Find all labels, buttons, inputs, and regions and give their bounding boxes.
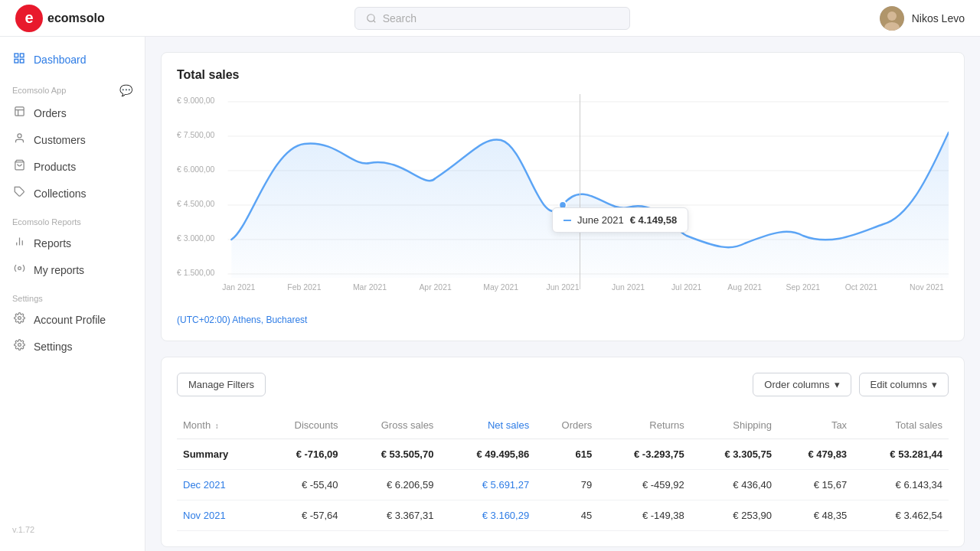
svg-text:€ 1.500,00: € 1.500,00 bbox=[177, 268, 214, 277]
customers-icon bbox=[12, 132, 26, 147]
sidebar-item-reports[interactable]: Reports bbox=[0, 230, 145, 256]
sidebar-section-settings: Settings bbox=[0, 283, 145, 306]
svg-point-20 bbox=[18, 267, 21, 270]
logo-icon: e bbox=[15, 5, 43, 32]
svg-point-21 bbox=[18, 317, 21, 320]
svg-text:€ 4.500,00: € 4.500,00 bbox=[177, 199, 214, 208]
version-label: v.1.72 bbox=[0, 517, 145, 542]
logo[interactable]: e ecomsolo bbox=[15, 5, 105, 32]
svg-text:Feb 2021: Feb 2021 bbox=[287, 282, 321, 292]
sidebar-item-collections[interactable]: Collections bbox=[0, 180, 145, 207]
svg-text:Apr 2021: Apr 2021 bbox=[419, 282, 451, 292]
chevron-down-icon-2: ▾ bbox=[932, 379, 937, 390]
svg-rect-10 bbox=[20, 59, 24, 63]
svg-text:Aug 2021: Aug 2021 bbox=[727, 282, 762, 292]
cell-month[interactable]: Nov 2021 bbox=[177, 500, 262, 531]
cell-shipping: € 253,90 bbox=[691, 500, 778, 531]
sidebar-item-orders[interactable]: Orders bbox=[0, 99, 145, 126]
edit-columns-button[interactable]: Edit columns ▾ bbox=[859, 373, 949, 396]
orders-icon bbox=[12, 106, 26, 120]
cell-month-summary: Summary bbox=[177, 439, 262, 470]
search-icon bbox=[366, 13, 377, 24]
col-returns: Returns bbox=[598, 412, 691, 439]
header: e ecomsolo Search Nikos Levo bbox=[0, 0, 980, 37]
svg-text:Jul 2021: Jul 2021 bbox=[671, 282, 702, 292]
table-row: Summary € -716,09 € 53.505,70 € 49.495,8… bbox=[177, 439, 949, 470]
sidebar-section-reports: Ecomsolo Reports bbox=[0, 207, 145, 230]
cell-discounts: € -57,64 bbox=[262, 500, 345, 531]
chart-container: June 2021 € 4.149,58 € 9.000,00 € 7.500,… bbox=[177, 94, 949, 308]
cell-net-sales: € 5.691,27 bbox=[439, 470, 535, 500]
sidebar-item-dashboard[interactable]: Dashboard bbox=[0, 46, 145, 73]
main-content: Total sales June 2021 € 4.149,58 € 9.000… bbox=[145, 37, 980, 551]
cell-total-sales: € 3.462,54 bbox=[853, 500, 949, 531]
svg-line-3 bbox=[373, 20, 375, 22]
svg-point-22 bbox=[18, 344, 21, 347]
order-columns-button[interactable]: Order columns ▾ bbox=[753, 373, 851, 396]
cell-total-sales: € 53.281,44 bbox=[853, 439, 949, 470]
chart-title: Total sales bbox=[177, 68, 949, 82]
svg-point-5 bbox=[887, 11, 897, 21]
sidebar-section-app: Ecomsolo App 💬 bbox=[0, 73, 145, 99]
svg-point-14 bbox=[18, 134, 21, 138]
cell-gross-sales: € 6.206,59 bbox=[345, 470, 440, 500]
svg-text:Sep 2021: Sep 2021 bbox=[786, 282, 820, 292]
user-area[interactable]: Nikos Levo bbox=[880, 6, 965, 31]
cell-orders: 45 bbox=[535, 500, 598, 531]
sidebar-label-orders: Orders bbox=[34, 107, 67, 119]
cell-discounts: € -55,40 bbox=[262, 470, 345, 500]
svg-text:Mar 2021: Mar 2021 bbox=[353, 282, 387, 292]
svg-text:Jun 2021: Jun 2021 bbox=[547, 282, 580, 292]
svg-text:Nov 2021: Nov 2021 bbox=[910, 282, 944, 292]
avatar bbox=[880, 6, 904, 31]
cell-net-sales: € 49.495,86 bbox=[439, 439, 535, 470]
sidebar-item-settings[interactable]: Settings bbox=[0, 333, 145, 360]
cell-gross-sales: € 53.505,70 bbox=[345, 439, 440, 470]
account-profile-icon bbox=[12, 312, 26, 327]
sidebar-item-account-profile[interactable]: Account Profile bbox=[0, 306, 145, 333]
col-tax: Tax bbox=[778, 412, 853, 439]
svg-text:Jun 2021: Jun 2021 bbox=[612, 282, 645, 292]
chart-card: Total sales June 2021 € 4.149,58 € 9.000… bbox=[161, 52, 965, 341]
sidebar-label-account-profile: Account Profile bbox=[34, 314, 106, 326]
sidebar-label-reports: Reports bbox=[34, 237, 71, 249]
search-bar[interactable]: Search bbox=[354, 7, 630, 30]
col-shipping: Shipping bbox=[691, 412, 778, 439]
cell-shipping: € 3.305,75 bbox=[691, 439, 778, 470]
sidebar-label-customers: Customers bbox=[34, 134, 86, 146]
sidebar-item-customers[interactable]: Customers bbox=[0, 126, 145, 153]
svg-rect-7 bbox=[15, 54, 18, 57]
svg-text:€ 7.500,00: € 7.500,00 bbox=[177, 130, 214, 139]
sort-icon: ↕ bbox=[215, 422, 219, 430]
svg-text:Jan 2021: Jan 2021 bbox=[222, 282, 255, 292]
data-table: Month ↕ Discounts Gross sales Net sales … bbox=[177, 412, 949, 531]
cell-discounts: € -716,09 bbox=[262, 439, 345, 470]
chat-icon[interactable]: 💬 bbox=[119, 84, 132, 96]
svg-rect-8 bbox=[20, 54, 24, 57]
table-row: Dec 2021 € -55,40 € 6.206,59 € 5.691,27 … bbox=[177, 470, 949, 500]
manage-filters-button[interactable]: Manage Filters bbox=[177, 373, 266, 396]
cell-net-sales: € 3.160,29 bbox=[439, 500, 535, 531]
col-orders: Orders bbox=[535, 412, 598, 439]
sidebar-label-dashboard: Dashboard bbox=[34, 54, 87, 66]
svg-rect-11 bbox=[15, 107, 23, 116]
sidebar-item-products[interactable]: Products bbox=[0, 153, 145, 180]
chart-timezone: (UTC+02:00) Athens, Bucharest bbox=[177, 315, 949, 325]
reports-icon bbox=[12, 236, 26, 250]
sidebar-label-my-reports: My reports bbox=[34, 264, 84, 276]
table-card: Manage Filters Order columns ▾ Edit colu… bbox=[161, 357, 965, 547]
svg-text:€ 6.000,00: € 6.000,00 bbox=[177, 165, 214, 174]
cell-tax: € 48,35 bbox=[778, 500, 853, 531]
col-discounts: Discounts bbox=[262, 412, 345, 439]
cell-month[interactable]: Dec 2021 bbox=[177, 470, 262, 500]
cell-gross-sales: € 3.367,31 bbox=[345, 500, 440, 531]
cell-returns: € -459,92 bbox=[598, 470, 691, 500]
dashboard-icon bbox=[12, 52, 26, 67]
col-month[interactable]: Month ↕ bbox=[177, 412, 262, 439]
svg-text:May 2021: May 2021 bbox=[483, 282, 518, 292]
cell-returns: € -149,38 bbox=[598, 500, 691, 531]
chart-svg: € 9.000,00 € 7.500,00 € 6.000,00 € 4.500… bbox=[177, 94, 949, 293]
sidebar-label-products: Products bbox=[34, 161, 76, 173]
sidebar-item-my-reports[interactable]: My reports bbox=[0, 256, 145, 283]
cell-tax: € 15,67 bbox=[778, 470, 853, 500]
